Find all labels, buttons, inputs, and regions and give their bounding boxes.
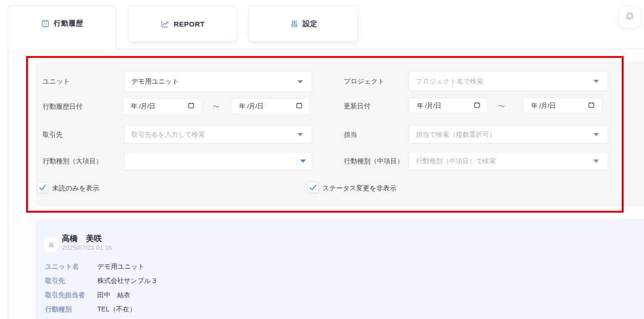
tab-label: 行動履歴 bbox=[54, 19, 83, 28]
update-date-from-input[interactable]: 年 /月/日 bbox=[409, 98, 488, 113]
date-range-separator: 〜 bbox=[212, 103, 220, 112]
action-type-major-label: 行動種別（大項目） bbox=[43, 152, 102, 170]
calendar-glyph-icon[interactable] bbox=[188, 102, 194, 111]
calendar-glyph-icon[interactable] bbox=[588, 102, 595, 110]
app-screen: 行動履歴 REPORT 設定 ユニ bbox=[0, 0, 644, 319]
client-search-input[interactable] bbox=[125, 126, 312, 143]
action-date-to-input[interactable]: 年 /月/日 bbox=[231, 98, 310, 114]
project-select[interactable] bbox=[409, 71, 608, 91]
tab-label: 設定 bbox=[303, 19, 318, 28]
field-value: TEL（不在） bbox=[97, 305, 136, 314]
update-date-to-input[interactable]: 年 /月/日 bbox=[523, 98, 602, 113]
calendar-glyph-icon[interactable] bbox=[296, 102, 303, 111]
field-label: 取引先 bbox=[45, 277, 97, 285]
action-type-major-input[interactable] bbox=[125, 152, 312, 169]
calendar-glyph-icon[interactable] bbox=[474, 102, 480, 110]
record-field-row: ユニット名 デモ用ユニット bbox=[45, 263, 145, 271]
calendar-icon bbox=[41, 19, 50, 28]
action-type-middle-select[interactable] bbox=[409, 152, 608, 170]
date-placeholder: 年 /月/日 bbox=[531, 102, 556, 110]
chevron-down-icon[interactable] bbox=[593, 80, 599, 83]
unit-label: ユニット bbox=[43, 71, 70, 92]
activity-card[interactable]: 高 高橋 美咲 2025/07/23 01:16 ユニット名 デモ用ユニット 取… bbox=[36, 219, 644, 319]
tab-settings[interactable]: 設定 bbox=[249, 6, 358, 42]
assignee-label: 担当 bbox=[344, 125, 357, 143]
select-divider bbox=[296, 156, 296, 166]
avatar-initial: 高 bbox=[49, 242, 54, 249]
action-type-middle-label: 行動種別（中項目） bbox=[344, 152, 404, 170]
field-value: デモ用ユニット bbox=[97, 263, 145, 271]
action-type-middle-input[interactable] bbox=[409, 152, 607, 169]
update-date-label: 更新日付 bbox=[344, 98, 370, 114]
date-range-separator: 〜 bbox=[498, 102, 505, 111]
record-field-row: 行動種別 TEL（不在） bbox=[45, 305, 136, 314]
date-placeholder: 年 /月/日 bbox=[417, 102, 442, 110]
client-select[interactable] bbox=[124, 125, 312, 143]
field-value: 田中 結衣 bbox=[97, 291, 130, 300]
project-label: プロジェクト bbox=[344, 71, 385, 92]
date-placeholder: 年 /月/日 bbox=[239, 102, 264, 111]
chevron-down-icon[interactable] bbox=[297, 133, 303, 136]
client-label: 取引先 bbox=[43, 125, 63, 143]
action-type-major-select[interactable] bbox=[124, 152, 312, 170]
field-label: 行動種別 bbox=[45, 305, 97, 314]
chevron-down-icon[interactable] bbox=[593, 160, 599, 163]
notification-button[interactable] bbox=[618, 6, 641, 28]
chevron-down-icon[interactable] bbox=[297, 80, 303, 84]
project-search-input[interactable] bbox=[409, 72, 607, 90]
unit-select[interactable] bbox=[124, 71, 312, 92]
action-date-from-input[interactable]: 年 /月/日 bbox=[123, 98, 202, 114]
chevron-down-icon[interactable] bbox=[300, 160, 306, 163]
unit-select-input[interactable] bbox=[125, 72, 312, 91]
record-field-row: 取引先 株式会社サンプル３ bbox=[45, 277, 157, 285]
record-field-row: 取引先担当者 田中 結衣 bbox=[45, 291, 130, 300]
hide-status-change-label: ステータス変更を非表示 bbox=[322, 184, 396, 193]
field-label: ユニット名 bbox=[45, 263, 97, 271]
tab-action-history[interactable]: 行動履歴 bbox=[8, 6, 116, 50]
action-date-label: 行動履歴日付 bbox=[43, 98, 83, 114]
date-placeholder: 年 /月/日 bbox=[131, 102, 156, 111]
assignee-select[interactable] bbox=[409, 125, 608, 143]
assignee-search-input[interactable] bbox=[409, 126, 607, 143]
field-value: 株式会社サンプル３ bbox=[97, 277, 157, 285]
chevron-down-icon[interactable] bbox=[593, 133, 599, 136]
record-timestamp: 2025/07/23 01:16 bbox=[62, 244, 112, 251]
unread-only-checkbox[interactable] bbox=[37, 182, 48, 193]
sliders-icon bbox=[290, 19, 299, 28]
avatar: 高 bbox=[44, 237, 59, 253]
chart-icon bbox=[160, 19, 169, 28]
unread-only-label: 未読のみを表示 bbox=[52, 184, 99, 193]
hide-status-change-checkbox[interactable] bbox=[307, 182, 319, 193]
record-user-name: 高橋 美咲 bbox=[62, 233, 102, 244]
tab-label: REPORT bbox=[174, 20, 205, 28]
field-label: 取引先担当者 bbox=[45, 291, 97, 300]
check-icon bbox=[38, 183, 47, 192]
tab-report[interactable]: REPORT bbox=[128, 6, 237, 42]
check-icon bbox=[309, 183, 317, 192]
bell-icon bbox=[625, 11, 635, 23]
